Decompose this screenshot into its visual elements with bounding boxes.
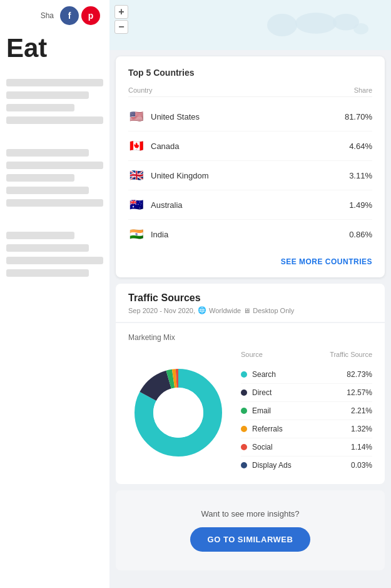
country-row: 🇬🇧 United Kingdom 3.11% bbox=[128, 161, 372, 190]
content-line bbox=[6, 232, 74, 239]
source-pct: 82.73% bbox=[347, 370, 372, 379]
donut-chart bbox=[128, 363, 228, 463]
source-pct: 12.57% bbox=[347, 388, 372, 397]
country-row: 🇮🇳 India 0.86% bbox=[128, 220, 372, 249]
traffic-row: Referrals 1.32% bbox=[241, 420, 372, 438]
map-svg bbox=[253, 6, 378, 44]
source-pct: 1.14% bbox=[351, 443, 372, 451]
country-share: 3.11% bbox=[349, 171, 372, 180]
zoom-out-button[interactable]: − bbox=[114, 20, 128, 34]
traffic-left: Display Ads bbox=[241, 461, 292, 470]
traffic-row: Email 2.21% bbox=[241, 402, 372, 420]
col-source-header: Source bbox=[241, 351, 263, 358]
content-line bbox=[6, 199, 103, 207]
traffic-meta-device: Desktop Only bbox=[253, 307, 294, 314]
country-name: United Kingdom bbox=[151, 171, 209, 180]
map-area: + − bbox=[109, 0, 391, 50]
facebook-icon[interactable]: f bbox=[60, 6, 79, 25]
traffic-left: Referrals bbox=[241, 425, 283, 433]
source-name: Search bbox=[252, 370, 276, 379]
col-traffic-header: Traffic Source bbox=[330, 351, 372, 358]
countries-card: Top 5 Countries Country Share 🇺🇸 United … bbox=[116, 56, 385, 277]
pinterest-icon[interactable]: p bbox=[81, 6, 100, 25]
map-controls: + − bbox=[114, 5, 128, 34]
country-left: 🇺🇸 United States bbox=[128, 108, 200, 125]
source-name: Display Ads bbox=[252, 461, 292, 470]
country-flag: 🇦🇺 bbox=[128, 197, 145, 213]
traffic-row: Search 82.73% bbox=[241, 366, 372, 384]
traffic-meta: Sep 2020 - Nov 2020, 🌐 Worldwide 🖥 Deskt… bbox=[128, 306, 372, 314]
country-row: 🇨🇦 Canada 4.64% bbox=[128, 132, 372, 161]
svg-point-0 bbox=[267, 14, 297, 36]
country-flag: 🇬🇧 bbox=[128, 167, 145, 183]
traffic-dot bbox=[241, 444, 247, 450]
zoom-in-button[interactable]: + bbox=[114, 5, 128, 19]
go-to-similarweb-button[interactable]: GO TO SIMILARWEB bbox=[190, 527, 311, 552]
country-flag: 🇮🇳 bbox=[128, 226, 145, 242]
traffic-table: Source Traffic Source Search 82.73% Dire… bbox=[241, 351, 372, 474]
traffic-row: Display Ads 0.03% bbox=[241, 456, 372, 474]
country-flag: 🇺🇸 bbox=[128, 108, 145, 125]
source-name: Email bbox=[252, 406, 271, 415]
country-name: India bbox=[151, 230, 168, 239]
source-name: Referrals bbox=[252, 425, 283, 433]
share-label: Sha bbox=[41, 11, 54, 20]
traffic-row: Social 1.14% bbox=[241, 438, 372, 456]
content-line bbox=[6, 162, 103, 169]
source-pct: 1.32% bbox=[351, 425, 372, 433]
country-share: 81.70% bbox=[345, 112, 372, 121]
country-name: United States bbox=[151, 112, 200, 121]
traffic-dot bbox=[241, 371, 247, 378]
country-name: Australia bbox=[151, 200, 183, 210]
traffic-table-header: Source Traffic Source bbox=[241, 351, 372, 361]
globe-icon: 🌐 bbox=[198, 306, 206, 314]
see-more-countries-link[interactable]: SEE MORE COUNTRIES bbox=[128, 249, 372, 266]
content-placeholder-3 bbox=[0, 225, 109, 288]
cta-text: Want to see more insights? bbox=[128, 509, 372, 518]
left-panel: Sha f p Eat bbox=[0, 0, 109, 588]
traffic-left: Search bbox=[241, 370, 276, 379]
col-country-header: Country bbox=[128, 86, 153, 94]
source-pct: 2.21% bbox=[351, 406, 372, 415]
svg-point-1 bbox=[295, 13, 337, 34]
content-line bbox=[6, 257, 103, 264]
content-placeholder-2 bbox=[0, 143, 109, 218]
page-big-text: Eat bbox=[0, 30, 109, 73]
source-pct: 0.03% bbox=[351, 461, 372, 470]
traffic-rows-container: Search 82.73% Direct 12.57% Email 2.21% … bbox=[241, 366, 372, 474]
content-line bbox=[6, 149, 89, 157]
svg-point-3 bbox=[353, 23, 368, 34]
traffic-dot bbox=[241, 426, 247, 432]
content-line bbox=[6, 174, 74, 182]
traffic-title: Traffic Sources bbox=[128, 292, 372, 304]
source-name: Direct bbox=[252, 388, 272, 397]
content-line bbox=[6, 104, 74, 111]
country-left: 🇨🇦 Canada bbox=[128, 138, 180, 154]
traffic-dot bbox=[241, 462, 247, 468]
source-name: Social bbox=[252, 443, 273, 451]
content-line bbox=[6, 79, 103, 86]
countries-table-header: Country Share bbox=[128, 86, 372, 97]
content-placeholder-1 bbox=[0, 73, 109, 135]
country-left: 🇬🇧 United Kingdom bbox=[128, 167, 209, 183]
traffic-dot bbox=[241, 408, 247, 414]
country-share: 0.86% bbox=[349, 230, 372, 239]
traffic-left: Social bbox=[241, 443, 273, 451]
country-share: 4.64% bbox=[349, 142, 372, 151]
country-left: 🇮🇳 India bbox=[128, 226, 168, 242]
left-header: Sha f p bbox=[0, 0, 109, 30]
svg-point-10 bbox=[153, 388, 203, 438]
country-row: 🇦🇺 Australia 1.49% bbox=[128, 190, 372, 220]
traffic-left: Direct bbox=[241, 388, 272, 397]
country-name: Canada bbox=[151, 142, 180, 151]
country-left: 🇦🇺 Australia bbox=[128, 197, 183, 213]
content-line bbox=[6, 244, 89, 252]
content-line bbox=[6, 91, 89, 99]
country-row: 🇺🇸 United States 81.70% bbox=[128, 102, 372, 132]
col-share-header: Share bbox=[354, 86, 372, 94]
main-panel: + − Top 5 Countries Country Share 🇺🇸 Uni… bbox=[109, 0, 391, 588]
desktop-icon: 🖥 bbox=[243, 307, 250, 314]
content-line bbox=[6, 116, 103, 124]
country-rows-container: 🇺🇸 United States 81.70% 🇨🇦 Canada 4.64% … bbox=[128, 102, 372, 249]
country-flag: 🇨🇦 bbox=[128, 138, 145, 154]
